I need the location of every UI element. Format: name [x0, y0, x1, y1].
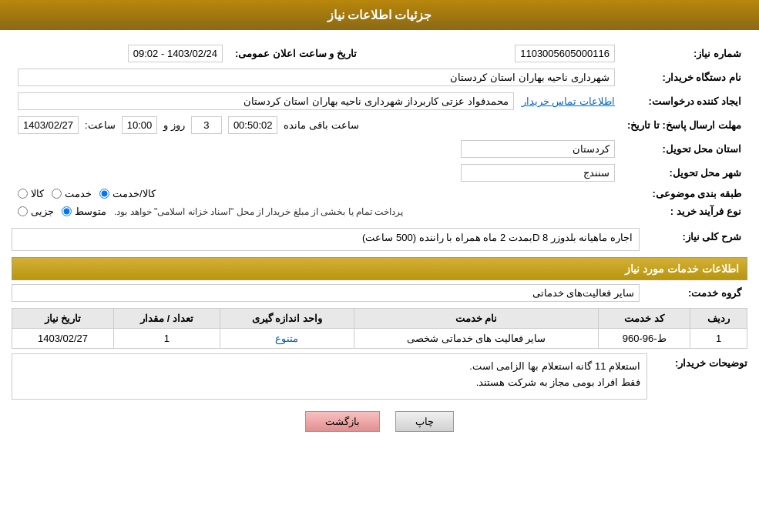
buyer-value: شهرداری ناحیه بهاران استان کردستان	[18, 69, 615, 86]
page-title: جزئیات اطلاعات نیاز	[327, 8, 432, 22]
need-description-label: شرح کلی نیاز:	[640, 228, 747, 246]
process-label-motavaset: متوسط	[75, 206, 106, 217]
cell-row-num: 1	[690, 329, 747, 349]
city-value-cell: سنندج	[12, 161, 621, 185]
buyer-desc-line2: فقط افراد بومی مجاز به شرکت هستند.	[18, 375, 640, 391]
category-option-both: کالا/خدمت	[99, 188, 156, 199]
process-option-motavaset: متوسط	[62, 206, 106, 217]
province-label: استان محل تحویل:	[621, 137, 747, 161]
province-value: کردستان	[461, 140, 615, 158]
cell-quantity: 1	[113, 329, 220, 349]
services-section-header: اطلاعات خدمات مورد نیاز	[12, 257, 747, 280]
deadline-time-label: ساعت:	[85, 119, 116, 131]
deadline-row: مهلت ارسال پاسخ: تا تاریخ: 1403/02/27 سا…	[12, 113, 747, 137]
city-value: سنندج	[461, 164, 615, 182]
col-header-quantity: تعداد / مقدار	[113, 309, 220, 329]
need-number-label: شماره نیاز:	[621, 42, 747, 65]
creator-label: ایجاد کننده درخواست:	[621, 89, 747, 113]
cell-service-code: ط-96-960	[599, 329, 690, 349]
province-value-cell: کردستان	[12, 137, 621, 161]
col-header-service-name: نام خدمت	[354, 309, 598, 329]
need-number-box: 1103005605000116	[515, 45, 615, 62]
process-note: پرداخت تمام یا بخشی از مبلغ خریدار از مح…	[114, 206, 403, 217]
category-label-khedmat: خدمت	[65, 188, 92, 199]
process-radio-motavaset[interactable]	[62, 206, 72, 216]
process-label-jozii: جزیی	[31, 206, 54, 217]
services-table-body: 1 ط-96-960 سایر فعالیت های خدماتی شخصی م…	[12, 329, 747, 349]
public-announce-label: تاریخ و ساعت اعلان عمومی:	[229, 42, 363, 65]
need-number-value: 1103005605000116	[394, 42, 621, 65]
process-option-jozii: جزیی	[18, 206, 54, 217]
deadline-remaining: 00:50:02	[228, 116, 278, 134]
deadline-date: 1403/02/27	[18, 116, 79, 134]
process-radio-group: جزیی متوسط	[18, 206, 106, 217]
need-description-value: اجاره ماهیانه بلدوزر 8 Dبمدت 2 ماه همراه…	[12, 228, 640, 251]
services-section-title: اطلاعات خدمات مورد نیاز	[625, 263, 739, 275]
service-group-row: گروه خدمت: سایر فعالیت‌های خدماتی	[12, 284, 747, 302]
col-header-row-num: ردیف	[690, 309, 747, 329]
creator-value: محمدفواد عزتی کاربرداز شهرداری ناحیه بها…	[18, 92, 514, 110]
col-header-unit: واحد اندازه گیری	[220, 309, 354, 329]
public-announce-value: 1403/02/24 - 09:02	[12, 42, 229, 65]
buyer-desc-line1: استعلام 11 گانه استعلام بها الزامی است.	[18, 359, 640, 375]
category-row: طبقه بندی موضوعی: کالا خدمت	[12, 185, 747, 202]
creator-row: ایجاد کننده درخواست: محمدفواد عزتی کاربر…	[12, 89, 747, 113]
province-row: استان محل تحویل: کردستان	[12, 137, 747, 161]
category-label-both: کالا/خدمت	[113, 188, 156, 199]
category-radio-kala[interactable]	[18, 189, 28, 199]
process-label: نوع فرآیند خرید :	[621, 202, 747, 220]
deadline-remaining-label: ساعت باقی مانده	[284, 119, 358, 131]
deadline-label: مهلت ارسال پاسخ: تا تاریخ:	[621, 113, 747, 137]
creator-contact-link[interactable]: اطلاعات تماس خریدار	[522, 95, 615, 107]
process-options-cell: جزیی متوسط پرداخت تمام یا بخشی از مبلغ خ…	[12, 202, 621, 220]
category-radio-group: کالا خدمت کالا/خدمت	[18, 188, 615, 199]
category-option-khedmat: خدمت	[52, 188, 92, 199]
need-description-row: شرح کلی نیاز: اجاره ماهیانه بلدوزر 8 Dبم…	[12, 228, 747, 251]
back-button[interactable]: بازگشت	[305, 411, 380, 432]
need-number-row: شماره نیاز: 1103005605000116 تاریخ و ساع…	[12, 42, 747, 65]
deadline-time: 10:00	[122, 116, 158, 134]
services-table-head: ردیف کد خدمت نام خدمت واحد اندازه گیری ت…	[12, 309, 747, 329]
buyer-label: نام دستگاه خریدار:	[621, 65, 747, 89]
services-table-header-row: ردیف کد خدمت نام خدمت واحد اندازه گیری ت…	[12, 309, 747, 329]
deadline-days-label: روز و	[163, 119, 185, 131]
page-header: جزئیات اطلاعات نیاز	[0, 0, 759, 30]
buyer-description-label: توضیحات خریدار:	[647, 353, 747, 369]
buyer-value-cell: شهرداری ناحیه بهاران استان کردستان	[12, 65, 621, 89]
deadline-days: 3	[191, 116, 222, 134]
print-button[interactable]: چاپ	[395, 411, 454, 432]
buyer-row: نام دستگاه خریدار: شهرداری ناحیه بهاران …	[12, 65, 747, 89]
city-label: شهر محل تحویل:	[621, 161, 747, 185]
creator-value-cell: محمدفواد عزتی کاربرداز شهرداری ناحیه بها…	[12, 89, 621, 113]
service-group-label: گروه خدمت:	[640, 284, 747, 302]
deadline-value-cell: 1403/02/27 ساعت: 10:00 روز و 3 00:50:02 …	[12, 113, 621, 137]
action-buttons: چاپ بازگشت	[12, 411, 747, 443]
category-radio-both[interactable]	[99, 189, 109, 199]
category-label: طبقه بندی موضوعی:	[621, 185, 747, 202]
category-radio-khedmat[interactable]	[52, 189, 62, 199]
process-row: نوع فرآیند خرید : جزیی متوسط	[12, 202, 747, 220]
category-label-kala: کالا	[31, 188, 44, 199]
page-wrapper: جزئیات اطلاعات نیاز شماره نیاز: 11030056…	[0, 0, 759, 532]
col-header-service-code: کد خدمت	[599, 309, 690, 329]
cell-service-name: سایر فعالیت های خدماتی شخصی	[354, 329, 598, 349]
buyer-description-text: استعلام 11 گانه استعلام بها الزامی است. …	[12, 353, 647, 400]
service-group-value: سایر فعالیت‌های خدماتی	[12, 284, 640, 302]
col-header-date: تاریخ نیاز	[12, 309, 114, 329]
table-row: 1 ط-96-960 سایر فعالیت های خدماتی شخصی م…	[12, 329, 747, 349]
services-table: ردیف کد خدمت نام خدمت واحد اندازه گیری ت…	[12, 308, 747, 349]
buyer-description-section: توضیحات خریدار: استعلام 11 گانه استعلام …	[12, 353, 747, 400]
category-options-cell: کالا خدمت کالا/خدمت	[12, 185, 621, 202]
content-area: شماره نیاز: 1103005605000116 تاریخ و ساع…	[0, 30, 759, 455]
category-option-kala: کالا	[18, 188, 44, 199]
public-announce-box: 1403/02/24 - 09:02	[128, 45, 223, 62]
main-info-table: شماره نیاز: 1103005605000116 تاریخ و ساع…	[12, 42, 747, 220]
process-radio-jozii[interactable]	[18, 206, 28, 216]
city-row: شهر محل تحویل: سنندج	[12, 161, 747, 185]
cell-date: 1403/02/27	[12, 329, 114, 349]
cell-unit: متنوع	[220, 329, 354, 349]
